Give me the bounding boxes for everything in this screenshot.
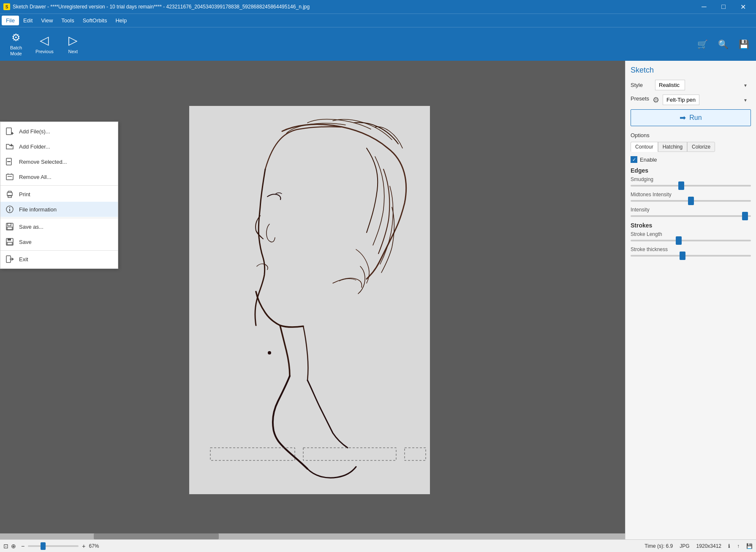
- share-icon[interactable]: ↑: [737, 543, 740, 549]
- separator-2: [0, 218, 118, 218]
- batch-mode-label: BatchMode: [10, 45, 22, 56]
- svg-rect-25: [8, 223, 11, 226]
- stroke-thickness-track[interactable]: [631, 255, 751, 257]
- search-icon[interactable]: 🔍: [715, 38, 732, 51]
- style-row: Style Realistic Cartoon Pencil Charcoal: [631, 80, 751, 90]
- menu-item-edit[interactable]: Edit: [19, 16, 37, 25]
- next-label: Next: [68, 49, 78, 54]
- menu-print[interactable]: Print: [0, 187, 118, 202]
- save-as-icon: [5, 222, 14, 231]
- batch-mode-button[interactable]: ⚙ BatchMode: [3, 29, 29, 59]
- title-bar-left: S Sketch Drawer - ****Unregistered versi…: [3, 3, 310, 10]
- svg-point-23: [9, 207, 10, 208]
- print-label: Print: [19, 191, 30, 198]
- toolbar-right: 🛒 🔍 💾: [694, 38, 753, 51]
- intensity-thumb[interactable]: [742, 212, 748, 220]
- edges-heading: Edges: [631, 167, 751, 174]
- window-title: Sketch Drawer - ****Unregistered version…: [13, 4, 310, 10]
- menu-item-help[interactable]: Help: [111, 16, 131, 25]
- stroke-length-slider-container: Stroke Length: [631, 231, 751, 241]
- separator-3: [0, 250, 118, 251]
- stroke-thickness-thumb[interactable]: [680, 252, 685, 260]
- zoom-out-button[interactable]: −: [19, 543, 26, 549]
- info-icon[interactable]: ℹ: [728, 543, 730, 549]
- presets-select[interactable]: Felt-Tip pen Pencil Charcoal Ballpoint: [663, 95, 699, 105]
- remove-selected-label: Remove Selected...: [19, 159, 67, 165]
- print-icon: [5, 190, 14, 198]
- enable-checkbox[interactable]: [631, 156, 637, 163]
- tab-contour[interactable]: Contour: [631, 142, 658, 152]
- menu-item-view[interactable]: View: [37, 16, 57, 25]
- menu-add-files[interactable]: Add File(s)...: [0, 124, 118, 139]
- stroke-length-thumb[interactable]: [676, 236, 682, 245]
- smudging-track[interactable]: [631, 185, 751, 187]
- zoom-in-button[interactable]: +: [80, 543, 87, 549]
- stroke-thickness-label: Stroke thickness: [631, 246, 751, 252]
- zoom-slider-track[interactable]: [28, 545, 79, 547]
- smudging-slider-container: Smudging: [631, 176, 751, 187]
- next-button[interactable]: ▷ Next: [60, 31, 86, 57]
- menu-exit[interactable]: Exit: [0, 252, 118, 267]
- stroke-length-label: Stroke Length: [631, 231, 751, 237]
- save-status-icon[interactable]: 💾: [746, 543, 753, 549]
- style-select-wrapper: Realistic Cartoon Pencil Charcoal: [655, 80, 751, 90]
- smudging-thumb[interactable]: [678, 181, 684, 190]
- previous-icon: ◁: [40, 33, 49, 47]
- format-label: JPG: [680, 543, 689, 549]
- menu-save-as[interactable]: Save as...: [0, 219, 118, 234]
- midtones-thumb[interactable]: [688, 197, 694, 205]
- minimize-button[interactable]: ─: [694, 0, 714, 14]
- time-label: Time (s): 6.9: [645, 543, 673, 549]
- run-button[interactable]: ➡ Run: [631, 109, 751, 126]
- menu-file-information[interactable]: File information: [0, 202, 118, 217]
- menu-item-file[interactable]: File: [2, 16, 19, 25]
- menu-save[interactable]: Save: [0, 234, 118, 249]
- save-as-label: Save as...: [19, 224, 44, 230]
- menu-remove-selected[interactable]: Remove Selected...: [0, 154, 118, 169]
- zoom-slider-thumb[interactable]: [41, 542, 46, 550]
- main-layout: Add File(s)... Add Folder... Remove Sele…: [0, 61, 756, 539]
- status-bar: ⊡ ⊕ − + 67% Time (s): 6.9 JPG 1920x3412 …: [0, 539, 756, 552]
- menu-remove-all[interactable]: Remove All...: [0, 169, 118, 184]
- save-icon[interactable]: 💾: [735, 38, 753, 51]
- intensity-label: Intensity: [631, 207, 751, 213]
- next-icon: ▷: [68, 33, 78, 47]
- status-bar-right: Time (s): 6.9 JPG 1920x3412 ℹ ↑ 💾: [645, 543, 753, 549]
- panel-title: Sketch: [631, 66, 751, 75]
- presets-row: Presets ⚙ Felt-Tip pen Pencil Charcoal B…: [631, 95, 751, 105]
- title-bar: S Sketch Drawer - ****Unregistered versi…: [0, 0, 756, 14]
- fit-view-icon[interactable]: ⊡: [3, 543, 8, 549]
- maximize-button[interactable]: □: [714, 0, 733, 14]
- exit-icon: [5, 255, 14, 263]
- menu-add-folder[interactable]: Add Folder...: [0, 139, 118, 154]
- cart-icon[interactable]: 🛒: [694, 38, 711, 51]
- save-menu-icon: [5, 238, 14, 246]
- separator-1: [0, 185, 118, 186]
- toolbar: ⚙ BatchMode ◁ Previous ▷ Next 🛒 🔍 💾: [0, 27, 756, 61]
- enable-row: Enable: [631, 156, 751, 163]
- options-title: Options: [631, 132, 751, 138]
- stroke-length-track[interactable]: [631, 240, 751, 241]
- menu-bar: File Edit View Tools SoftOrbits Help: [0, 14, 756, 27]
- menu-item-tools[interactable]: Tools: [57, 16, 78, 25]
- presets-icon: ⚙: [653, 95, 659, 105]
- intensity-track[interactable]: [631, 215, 751, 217]
- remove-all-label: Remove All...: [19, 174, 52, 180]
- zoom-fit-icon[interactable]: ⊕: [11, 543, 16, 549]
- enable-label: Enable: [640, 157, 657, 163]
- previous-button[interactable]: ◁ Previous: [30, 31, 59, 57]
- style-select[interactable]: Realistic Cartoon Pencil Charcoal: [655, 80, 685, 90]
- tab-hatching[interactable]: Hatching: [658, 142, 687, 152]
- presets-select-wrapper: Felt-Tip pen Pencil Charcoal Ballpoint: [663, 95, 751, 105]
- zoom-level: 67%: [89, 543, 99, 549]
- close-button[interactable]: ✕: [733, 0, 753, 14]
- right-panel: Sketch Style Realistic Cartoon Pencil Ch…: [625, 61, 756, 539]
- menu-item-softorbits[interactable]: SoftOrbits: [79, 16, 111, 25]
- tab-colorize[interactable]: Colorize: [687, 142, 715, 152]
- remove-selected-icon: [5, 157, 14, 166]
- save-label: Save: [19, 239, 32, 245]
- midtones-track[interactable]: [631, 200, 751, 202]
- options-tabs: Contour Hatching Colorize: [631, 142, 751, 152]
- canvas-area: Add File(s)... Add Folder... Remove Sele…: [0, 61, 625, 539]
- file-menu-dropdown: Add File(s)... Add Folder... Remove Sele…: [0, 122, 118, 269]
